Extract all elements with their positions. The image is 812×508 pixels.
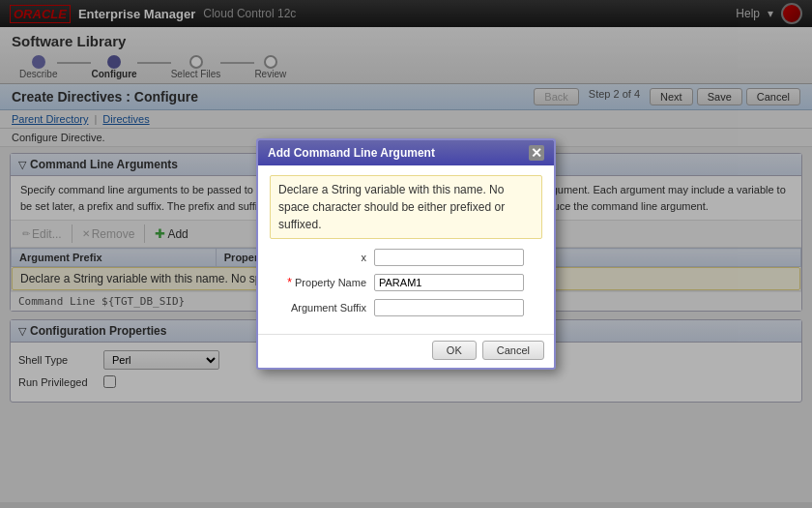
property-name-input[interactable] — [374, 274, 524, 291]
modal-overlay: Add Command Line Argument ✕ Declare a St… — [0, 0, 812, 508]
property-name-label: * Property Name — [270, 276, 366, 289]
modal-footer: OK Cancel — [258, 334, 554, 368]
modal-hint: Declare a String variable with this name… — [270, 175, 542, 239]
suffix-input[interactable] — [374, 299, 524, 316]
modal-ok-button[interactable]: OK — [432, 341, 477, 360]
modal-cancel-button[interactable]: Cancel — [482, 341, 544, 360]
modal-close-button[interactable]: ✕ — [529, 145, 544, 161]
modal-title-bar: Add Command Line Argument ✕ — [258, 140, 554, 165]
prefix-field-row: x — [270, 249, 542, 266]
modal-hint-text: Declare a String variable with this name… — [278, 183, 505, 231]
property-name-row: * Property Name — [270, 274, 542, 291]
prefix-input[interactable] — [374, 249, 524, 266]
modal-body: Declare a String variable with this name… — [258, 165, 554, 334]
add-argument-dialog: Add Command Line Argument ✕ Declare a St… — [256, 138, 556, 370]
modal-title: Add Command Line Argument — [268, 146, 435, 160]
prefix-label: x — [270, 252, 366, 263]
suffix-field-row: Argument Suffix — [270, 299, 542, 316]
suffix-label: Argument Suffix — [270, 302, 366, 314]
required-star: * — [287, 276, 292, 289]
